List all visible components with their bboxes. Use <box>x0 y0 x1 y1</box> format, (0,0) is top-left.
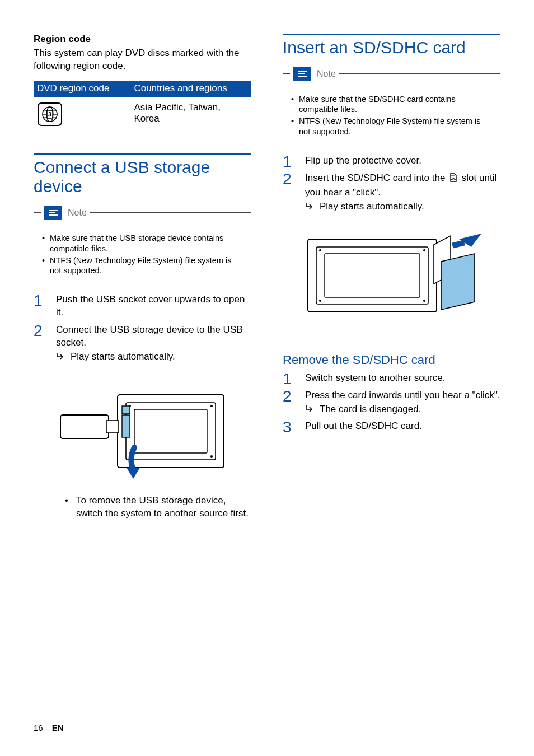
left-column: Region code This system can play DVD dis… <box>34 34 251 520</box>
usb-section-heading: Connect a USB storage device <box>34 158 251 197</box>
region-countries: Asia Pacific, Taiwan, Korea <box>134 102 248 124</box>
svg-rect-20 <box>122 406 130 414</box>
remove-step-1: Switch system to another source. <box>283 372 500 385</box>
sd-note-list: Make sure that the SD/SDHC card contains… <box>291 94 493 137</box>
step-text: Connect the USB storage device to the US… <box>56 324 243 348</box>
sd-steps: Flip up the protective cover. Insert the… <box>283 155 500 213</box>
region-table-head-b: Countries and regions <box>134 83 248 94</box>
page-columns: Region code This system can play DVD dis… <box>34 34 500 520</box>
sd-note-item: Make sure that the SD/SDHC card contains… <box>291 94 493 115</box>
svg-marker-21 <box>127 468 140 479</box>
step-text: Pull out the SD/SDHC card. <box>305 421 422 431</box>
result-text: Play starts automatically. <box>320 200 424 213</box>
sd-card-icon <box>449 172 458 186</box>
usb-remove-text: To remove the USB storage device, switch… <box>76 494 251 520</box>
region-number-label: 3 <box>48 111 51 118</box>
svg-rect-36 <box>452 240 465 248</box>
step-text: Push the USB socket cover upwards to ope… <box>56 294 245 318</box>
subsection-rule <box>283 349 500 349</box>
result-arrow-icon <box>305 200 314 213</box>
usb-diagram <box>34 372 251 484</box>
sd-note-item: NTFS (New Technology File System) file s… <box>291 116 493 137</box>
sd-step-1: Flip up the protective cover. <box>283 155 500 167</box>
note-icon <box>293 67 311 81</box>
step-text: Flip up the protective cover. <box>305 155 421 166</box>
note-icon <box>44 206 62 220</box>
globe-region-3-icon: 3 <box>37 102 63 127</box>
region-table-row: 3 Asia Pacific, Taiwan, Korea <box>34 97 251 127</box>
region-icon-cell: 3 <box>37 102 134 127</box>
remove-sd-steps: Switch system to another source. Press t… <box>283 372 500 433</box>
step-text: Press the card inwards until you hear a … <box>305 390 500 400</box>
svg-rect-12 <box>134 409 207 453</box>
svg-point-34 <box>423 300 425 302</box>
usb-steps: Push the USB socket cover upwards to ope… <box>34 293 251 363</box>
remove-step-2: Press the card inwards until you hear a … <box>283 389 500 416</box>
note-tab: Note <box>290 67 339 81</box>
step-result: Play starts automatically. <box>56 351 251 363</box>
page-footer: 16 EN <box>34 723 64 732</box>
result-text: The card is disengaged. <box>320 403 421 416</box>
usb-note-box: Note Make sure that the USB storage devi… <box>34 212 251 283</box>
result-text: Play starts automatically. <box>71 351 175 363</box>
step-text: Switch system to another source. <box>305 372 445 383</box>
region-code-heading: Region code <box>34 34 251 45</box>
region-table-header: DVD region code Countries and regions <box>34 81 251 97</box>
svg-point-31 <box>319 249 321 251</box>
usb-remove-note: • To remove the USB storage device, swit… <box>34 494 251 520</box>
svg-rect-17 <box>60 415 109 438</box>
step-result: Play starts automatically. <box>305 200 500 213</box>
svg-rect-18 <box>106 421 119 433</box>
sd-section-heading: Insert an SD/SDHC card <box>283 38 500 58</box>
sd-step-2: Insert the SD/SDHC card into the slot un… <box>283 172 500 213</box>
svg-rect-30 <box>325 254 420 297</box>
page-number: 16 <box>34 723 43 732</box>
usb-note-item: NTFS (New Technology File System) file s… <box>42 255 244 277</box>
result-arrow-icon <box>56 351 65 363</box>
remove-sd-heading: Remove the SD/SDHC card <box>283 353 500 367</box>
note-tab: Note <box>41 206 90 220</box>
sd-note-box: Note Make sure that the SD/SDHC card con… <box>283 73 500 144</box>
section-rule <box>34 153 251 155</box>
right-column: Insert an SD/SDHC card Note Make sure th… <box>283 34 500 520</box>
svg-point-16 <box>210 455 213 458</box>
bullet-dot-icon: • <box>65 494 71 520</box>
step-result: The card is disengaged. <box>305 403 500 416</box>
note-label: Note <box>317 69 336 79</box>
svg-rect-19 <box>122 415 130 437</box>
region-code-body: This system can play DVD discs marked wi… <box>34 47 251 73</box>
svg-point-14 <box>210 405 213 407</box>
region-code-block: Region code This system can play DVD dis… <box>34 34 251 127</box>
region-table-head-a: DVD region code <box>37 83 134 94</box>
result-arrow-icon <box>305 403 314 416</box>
remove-step-3: Pull out the SD/SDHC card. <box>283 420 500 433</box>
note-label: Note <box>68 208 87 218</box>
svg-point-32 <box>423 249 425 251</box>
section-rule <box>283 34 500 35</box>
svg-point-33 <box>319 300 321 302</box>
page-lang: EN <box>52 723 64 732</box>
sd-diagram <box>283 222 500 329</box>
usb-note-item: Make sure that the USB storage device co… <box>42 233 244 254</box>
step-text-prefix: Insert the SD/SDHC card into the <box>305 172 448 183</box>
usb-note-list: Make sure that the USB storage device co… <box>42 233 244 276</box>
usb-step-1: Push the USB socket cover upwards to ope… <box>34 293 251 319</box>
usb-step-2: Connect the USB storage device to the US… <box>34 324 251 363</box>
